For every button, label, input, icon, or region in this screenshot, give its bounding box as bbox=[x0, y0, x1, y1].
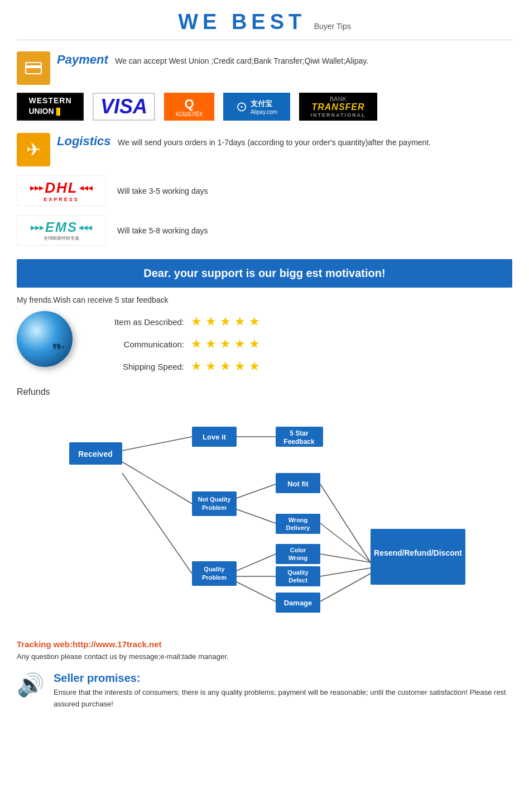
svg-rect-27 bbox=[192, 561, 237, 586]
svg-text:Not fit: Not fit bbox=[287, 480, 309, 488]
refunds-flowchart: Received Love it 5 Star Feedback Not Qua… bbox=[17, 406, 512, 624]
svg-line-12 bbox=[320, 484, 371, 562]
payment-section: Payment We can accept West Union ;Credit… bbox=[17, 51, 512, 121]
support-banner: Dear. your support is our bigg est motiv… bbox=[17, 259, 512, 288]
logistics-section: ✈ Logistics We will send yours orders in… bbox=[17, 133, 512, 246]
page-title: WE BEST Buyer Tips bbox=[178, 21, 351, 31]
svg-text:Not Quality: Not Quality bbox=[198, 496, 232, 503]
stars-described: ★ ★ ★ ★ ★ bbox=[191, 314, 260, 329]
dhl-desc: Will take 3-5 working days bbox=[117, 187, 208, 195]
star-5: ★ bbox=[249, 314, 260, 329]
svg-text:Quality: Quality bbox=[204, 566, 225, 572]
tracking-text: Any question please contact us by messag… bbox=[17, 652, 512, 661]
svg-line-15 bbox=[320, 568, 371, 576]
stars-shipping: ★ ★ ★ ★ ★ bbox=[191, 359, 260, 374]
star-2: ★ bbox=[205, 359, 217, 374]
bank-transfer-logo: BANK TRANSFER INTERNATIONAL bbox=[299, 93, 377, 121]
tracking-url: Tracking web:http://www.17track.net bbox=[17, 639, 512, 649]
logistics-label: Logistics bbox=[57, 134, 111, 148]
star-3: ★ bbox=[220, 359, 231, 374]
svg-text:Delivery: Delivery bbox=[286, 524, 311, 531]
svg-line-13 bbox=[320, 523, 371, 562]
speaker-icon: 🔊 bbox=[17, 672, 45, 698]
western-union-logo: WESTERN UNION ▮ bbox=[17, 93, 84, 121]
star-4: ★ bbox=[234, 337, 246, 351]
svg-rect-1 bbox=[26, 65, 41, 68]
ems-logo: ▶▶▶ EMS ◀◀◀ 全球邮政特快专递 bbox=[17, 215, 106, 246]
svg-text:Feedback: Feedback bbox=[283, 438, 315, 446]
svg-text:Wrong: Wrong bbox=[288, 517, 308, 523]
refunds-section: Refunds bbox=[17, 387, 512, 626]
star-1: ★ bbox=[191, 337, 202, 351]
rating-label-described: Item as Described: bbox=[89, 317, 184, 327]
svg-line-3 bbox=[122, 437, 192, 451]
dhl-row: ▶▶▶ DHL ◀◀◀ EXPRESS Will take 3-5 workin… bbox=[17, 175, 512, 206]
ems-row: ▶▶▶ EMS ◀◀◀ 全球邮政特快专递 Will take 5-8 worki… bbox=[17, 215, 512, 246]
alipay-logo: ⊙ 支付宝 Alipay.com bbox=[223, 93, 290, 121]
feedback-section: My frends.Wish can receive 5 star feedba… bbox=[17, 295, 512, 374]
qiwi-logo: Q КОШЕЛЁК bbox=[164, 93, 214, 121]
svg-text:Love it: Love it bbox=[203, 433, 227, 441]
dhl-logo: ▶▶▶ DHL ◀◀◀ EXPRESS bbox=[17, 175, 106, 206]
stars-communication: ★ ★ ★ ★ ★ bbox=[191, 337, 260, 351]
rating-label-shipping: Shipping Speed: bbox=[89, 362, 184, 371]
svg-line-16 bbox=[320, 574, 371, 601]
rating-row-shipping: Shipping Speed: ★ ★ ★ ★ ★ bbox=[89, 359, 260, 374]
rating-row-communication: Communication: ★ ★ ★ ★ ★ bbox=[89, 337, 260, 351]
star-5: ★ bbox=[249, 337, 260, 351]
feedback-intro: My frends.Wish can receive 5 star feedba… bbox=[17, 295, 512, 304]
svg-text:5 Star: 5 Star bbox=[290, 429, 309, 437]
feedback-globe: " bbox=[17, 311, 73, 367]
svg-rect-2 bbox=[28, 70, 32, 71]
logistics-text: We will send yours orders in 1-7days (ac… bbox=[118, 136, 431, 147]
star-2: ★ bbox=[205, 337, 217, 351]
svg-text:Wrong: Wrong bbox=[288, 555, 308, 561]
svg-text:Damage: Damage bbox=[284, 599, 312, 607]
tracking-section: Tracking web:http://www.17track.net Any … bbox=[17, 639, 512, 661]
svg-line-14 bbox=[320, 554, 371, 562]
promises-text: Seller promises: Ensure that the interes… bbox=[54, 672, 512, 710]
refunds-label: Refunds bbox=[17, 387, 512, 397]
svg-line-7 bbox=[237, 484, 276, 498]
visa-logo: VISA bbox=[93, 93, 155, 121]
svg-text:Quality: Quality bbox=[287, 569, 309, 576]
star-2: ★ bbox=[205, 314, 217, 329]
svg-line-5 bbox=[122, 473, 192, 574]
ems-desc: Will take 5-8 working days bbox=[117, 226, 208, 235]
rating-label-communication: Communication: bbox=[89, 340, 184, 349]
svg-text:Resend/Refund/Discont: Resend/Refund/Discont bbox=[374, 548, 462, 557]
star-1: ★ bbox=[191, 314, 202, 329]
promises-body: Ensure that the interests of consumers; … bbox=[54, 687, 512, 710]
svg-text:Problem: Problem bbox=[202, 574, 227, 581]
svg-text:Problem: Problem bbox=[202, 504, 227, 511]
rating-row-described: Item as Described: ★ ★ ★ ★ ★ bbox=[89, 314, 260, 329]
svg-line-11 bbox=[237, 582, 276, 601]
star-5: ★ bbox=[249, 359, 260, 374]
svg-line-8 bbox=[237, 509, 276, 523]
star-4: ★ bbox=[234, 359, 246, 374]
payment-text: We can accept West Union ;Credit card;Ba… bbox=[115, 54, 368, 65]
svg-line-9 bbox=[237, 554, 276, 571]
logistics-icon: ✈ bbox=[17, 133, 50, 166]
payment-icon bbox=[17, 51, 50, 85]
svg-rect-24 bbox=[192, 491, 237, 516]
star-3: ★ bbox=[220, 337, 231, 351]
seller-promises-section: 🔊 Seller promises: Ensure that the inter… bbox=[17, 672, 512, 710]
svg-line-4 bbox=[122, 462, 192, 504]
svg-text:Received: Received bbox=[78, 450, 112, 458]
star-1: ★ bbox=[191, 359, 202, 374]
star-4: ★ bbox=[234, 314, 246, 329]
svg-text:Color: Color bbox=[290, 547, 306, 553]
payment-logos: WESTERN UNION ▮ VISA Q КОШЕЛЁК bbox=[17, 93, 512, 121]
payment-label: Payment bbox=[57, 52, 108, 66]
star-3: ★ bbox=[220, 314, 231, 329]
svg-text:Defect: Defect bbox=[288, 577, 307, 584]
promises-title: Seller promises: bbox=[54, 672, 512, 685]
feedback-ratings: Item as Described: ★ ★ ★ ★ ★ Communicati… bbox=[89, 311, 260, 374]
page-header: WE BEST Buyer Tips bbox=[17, 0, 512, 40]
